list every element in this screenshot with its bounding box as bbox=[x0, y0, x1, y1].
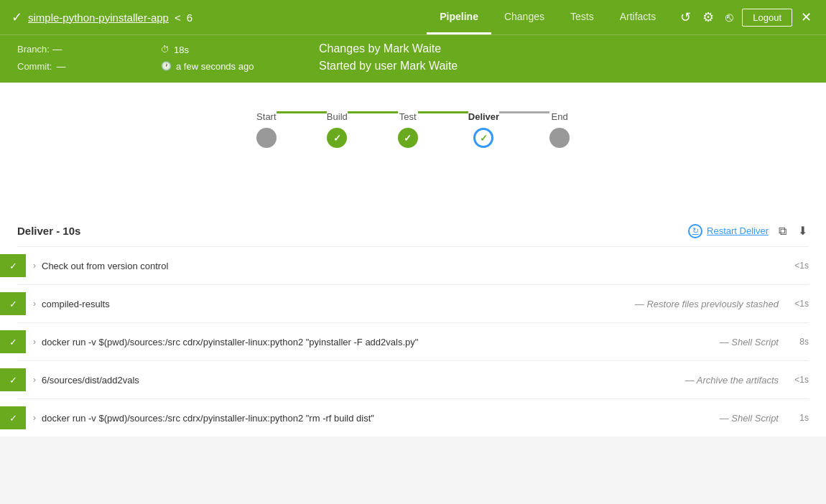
job-text-2: docker run -v $(pwd)/sources:/src cdrx/p… bbox=[42, 337, 714, 347]
stage-end-label: End bbox=[552, 111, 568, 122]
tab-pipeline[interactable]: Pipeline bbox=[427, 0, 491, 34]
test-check-icon: ✓ bbox=[404, 133, 412, 144]
job-time-0: <1s bbox=[787, 261, 809, 271]
commit-label: Commit: bbox=[17, 61, 52, 72]
restart-icon: ↻ bbox=[688, 224, 702, 238]
stage-end: End bbox=[549, 111, 570, 148]
stage-deliver-label: Deliver bbox=[468, 111, 499, 122]
job-row: ✓ › docker run -v $(pwd)/sources:/src cd… bbox=[17, 398, 809, 437]
commit-value: — bbox=[56, 61, 65, 72]
duration-row: ⏱ 18s bbox=[161, 42, 305, 57]
content-area: Start Build ✓ Test ✓ Deliver bbox=[0, 83, 826, 437]
download-button[interactable]: ⬇ bbox=[797, 223, 809, 239]
job-tag-4: — Shell Script bbox=[720, 413, 779, 424]
branch-row: Branch: — bbox=[17, 42, 161, 57]
time-row: 🕐 a few seconds ago bbox=[161, 60, 305, 73]
open-external-button[interactable]: ⧉ bbox=[777, 223, 788, 239]
header-title-area: ✓ simple-python-pyinstaller-app < 6 bbox=[11, 9, 418, 25]
settings-button[interactable]: ⚙ bbox=[700, 6, 717, 28]
stage-start-node bbox=[256, 128, 277, 148]
job-expand-0[interactable]: › bbox=[33, 261, 36, 271]
job-status-3: ✓ bbox=[0, 368, 26, 391]
job-status-1: ✓ bbox=[0, 292, 26, 315]
job-text-4: docker run -v $(pwd)/sources:/src cdrx/p… bbox=[42, 413, 714, 424]
restart-deliver-button[interactable]: ↻ Restart Deliver bbox=[688, 224, 769, 238]
job-time-4: 1s bbox=[787, 413, 809, 423]
commit-row: Commit: — bbox=[17, 60, 161, 73]
tab-tests[interactable]: Tests bbox=[557, 0, 607, 34]
sub-header: Branch: — ⏱ 18s Changes by Mark Waite St… bbox=[0, 34, 826, 83]
time-value: a few seconds ago bbox=[176, 61, 254, 72]
job-text-1: compiled-results bbox=[42, 299, 629, 309]
stage-deliver-node bbox=[473, 128, 493, 148]
changes-by-text: Changes by Mark Waite bbox=[319, 42, 809, 55]
line-start-build bbox=[277, 111, 327, 113]
stage-deliver: Deliver bbox=[468, 111, 499, 148]
reload-button[interactable]: ↺ bbox=[677, 6, 694, 28]
branch-label: Branch: bbox=[17, 44, 50, 55]
job-time-1: <1s bbox=[787, 299, 809, 309]
job-text-3: 6/sources/dist/add2vals bbox=[42, 375, 679, 386]
job-time-3: <1s bbox=[787, 375, 809, 385]
job-tag-1: — Restore files previously stashed bbox=[635, 299, 779, 309]
duration-value: 18s bbox=[174, 45, 189, 55]
close-button[interactable]: ✕ bbox=[798, 6, 815, 28]
stage-build: Build ✓ bbox=[327, 111, 348, 148]
stage-test-node: ✓ bbox=[398, 128, 418, 148]
meta-right: Changes by Mark Waite Started by user Ma… bbox=[305, 42, 809, 73]
job-row: ✓ › docker run -v $(pwd)/sources:/src cd… bbox=[17, 322, 809, 360]
job-expand-3[interactable]: › bbox=[33, 375, 36, 385]
line-test-deliver bbox=[418, 111, 468, 113]
exit-button[interactable]: ⎋ bbox=[723, 7, 736, 28]
job-status-0: ✓ bbox=[0, 254, 26, 277]
stage-end-node bbox=[549, 128, 570, 148]
success-check-icon: ✓ bbox=[11, 9, 22, 25]
job-time-2: 8s bbox=[787, 337, 809, 347]
deliver-section: Deliver - 10s ↻ Restart Deliver ⧉ ⬇ ✓ › … bbox=[0, 213, 826, 437]
job-expand-1[interactable]: › bbox=[33, 299, 36, 309]
stage-test-label: Test bbox=[399, 111, 417, 122]
clock-icon: 🕐 bbox=[161, 61, 172, 71]
job-tag-3: — Archive the artifacts bbox=[685, 375, 779, 386]
job-text-0: Check out from version control bbox=[42, 261, 779, 271]
spacer bbox=[0, 169, 826, 213]
line-build-test bbox=[348, 111, 398, 113]
header-actions: ↺ ⚙ ⎋ Logout ✕ bbox=[677, 6, 815, 28]
job-row: ✓ › 6/sources/dist/add2vals — Archive th… bbox=[17, 360, 809, 398]
duration-icon: ⏱ bbox=[161, 45, 170, 55]
branch-value: — bbox=[52, 44, 62, 55]
stage-test: Test ✓ bbox=[398, 111, 418, 148]
line-deliver-end bbox=[499, 111, 549, 113]
deliver-actions: ↻ Restart Deliver ⧉ ⬇ bbox=[688, 223, 809, 239]
job-tag-2: — Shell Script bbox=[720, 337, 779, 347]
pipeline-track: Start Build ✓ Test ✓ Deliver bbox=[256, 111, 570, 148]
main-header: ✓ simple-python-pyinstaller-app < 6 Pipe… bbox=[0, 0, 826, 34]
tab-changes[interactable]: Changes bbox=[491, 0, 557, 34]
restart-label: Restart Deliver bbox=[707, 225, 769, 236]
pipeline-stages: Start Build ✓ Test ✓ Deliver bbox=[0, 83, 826, 169]
job-expand-2[interactable]: › bbox=[33, 337, 36, 347]
deliver-header: Deliver - 10s ↻ Restart Deliver ⧉ ⬇ bbox=[17, 213, 809, 246]
started-by-text: Started by user Mark Waite bbox=[319, 60, 809, 73]
tab-artifacts[interactable]: Artifacts bbox=[607, 0, 669, 34]
stage-start: Start bbox=[256, 111, 277, 148]
pipeline-title-link[interactable]: simple-python-pyinstaller-app bbox=[28, 11, 169, 24]
logout-button[interactable]: Logout bbox=[742, 9, 792, 27]
stage-build-label: Build bbox=[327, 111, 348, 122]
job-expand-4[interactable]: › bbox=[33, 413, 36, 423]
stage-build-node: ✓ bbox=[327, 128, 347, 148]
job-status-2: ✓ bbox=[0, 330, 26, 353]
deliver-title: Deliver - 10s bbox=[17, 225, 80, 237]
build-check-icon: ✓ bbox=[333, 133, 341, 144]
job-row: ✓ › Check out from version control <1s bbox=[17, 246, 809, 284]
run-number: 6 bbox=[187, 11, 192, 24]
job-row: ✓ › compiled-results — Restore files pre… bbox=[17, 284, 809, 322]
job-status-4: ✓ bbox=[0, 406, 26, 429]
stage-start-label: Start bbox=[256, 111, 276, 122]
nav-tabs: Pipeline Changes Tests Artifacts bbox=[427, 0, 669, 34]
run-separator: < bbox=[175, 11, 181, 24]
